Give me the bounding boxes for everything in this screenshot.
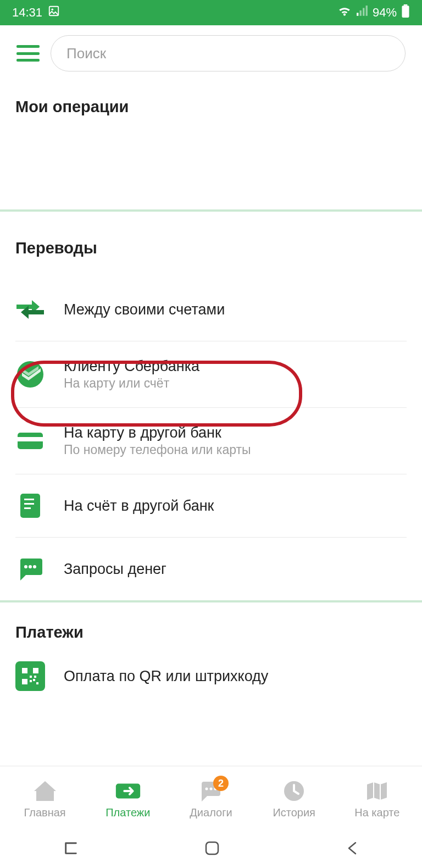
qr-icon	[15, 661, 45, 691]
bottom-nav: Главная Платежи 2 Диалоги История На кар…	[0, 766, 422, 832]
section-divider	[0, 600, 422, 602]
menu-icon[interactable]	[16, 45, 40, 62]
chat-icon	[15, 554, 45, 584]
item-title: Между своими счетами	[64, 301, 225, 318]
svg-rect-2	[357, 13, 358, 16]
status-bar: 14:31 94%	[0, 0, 422, 25]
signal-icon	[356, 5, 368, 20]
svg-point-16	[29, 565, 32, 568]
svg-rect-22	[34, 676, 36, 678]
nav-payments[interactable]: Платежи	[86, 779, 169, 819]
svg-rect-4	[363, 8, 364, 16]
dialogs-icon: 2	[197, 779, 225, 803]
svg-rect-5	[366, 5, 368, 16]
svg-rect-18	[22, 668, 27, 673]
nav-label: История	[273, 806, 315, 819]
map-icon	[363, 779, 391, 803]
transfer-money-requests[interactable]: Запросы денег	[15, 538, 407, 600]
nav-label: Главная	[24, 806, 66, 819]
home-icon	[31, 779, 59, 803]
transfer-arrows-icon	[15, 295, 45, 324]
svg-rect-14	[24, 507, 31, 509]
image-icon	[48, 5, 60, 20]
pay-qr[interactable]: Оплата по QR или штрихкоду	[15, 647, 407, 705]
item-title: Клиенту Сбербанка	[64, 358, 199, 375]
android-recent[interactable]	[63, 841, 79, 860]
sber-logo-icon	[15, 360, 45, 389]
item-subtitle: На карту или счёт	[64, 376, 199, 391]
nav-history[interactable]: История	[253, 779, 336, 819]
item-title: Запросы денег	[64, 561, 166, 578]
transfer-other-bank-card[interactable]: На карту в другой банк По номеру телефон…	[15, 408, 407, 474]
section-transfers: Переводы	[0, 212, 422, 263]
payments-icon	[114, 779, 142, 803]
svg-point-27	[205, 788, 208, 790]
svg-rect-11	[20, 494, 40, 518]
nav-dialogs[interactable]: 2 Диалоги	[169, 779, 252, 819]
search-placeholder: Поиск	[66, 45, 106, 62]
android-back[interactable]	[346, 841, 359, 860]
item-title: На карту в другой банк	[64, 424, 251, 441]
item-title: Оплата по QR или штрихкоду	[64, 668, 268, 685]
transfer-other-bank-account[interactable]: На счёт в другой банк	[15, 474, 407, 538]
nav-home[interactable]: Главная	[3, 779, 86, 819]
android-home[interactable]	[204, 841, 220, 860]
svg-rect-20	[22, 679, 27, 684]
svg-rect-19	[33, 668, 38, 673]
item-subtitle: По номеру телефона или карты	[64, 443, 251, 457]
section-payments: Платежи	[0, 602, 422, 647]
svg-point-28	[209, 788, 212, 790]
card-icon	[15, 426, 45, 456]
svg-rect-7	[402, 5, 409, 18]
svg-rect-3	[360, 10, 362, 16]
dialogs-badge: 2	[213, 776, 229, 791]
svg-rect-12	[24, 499, 34, 500]
svg-rect-25	[33, 679, 35, 681]
svg-rect-21	[30, 676, 32, 678]
svg-rect-31	[206, 842, 218, 854]
transfer-sber-client[interactable]: Клиенту Сбербанка На карту или счёт	[15, 341, 407, 408]
battery-icon	[401, 4, 410, 21]
nav-label: Диалоги	[190, 806, 232, 819]
section-divider	[0, 209, 422, 212]
nav-label: Платежи	[106, 806, 150, 819]
document-icon	[15, 491, 45, 521]
svg-rect-24	[36, 682, 38, 684]
svg-rect-6	[404, 4, 408, 5]
nav-map[interactable]: На карте	[336, 779, 419, 819]
wifi-icon	[337, 5, 352, 20]
svg-rect-10	[18, 437, 43, 441]
section-my-operations: Мои операции	[0, 77, 422, 121]
svg-point-15	[24, 565, 27, 568]
status-time: 14:31	[12, 5, 42, 20]
nav-label: На карте	[354, 806, 399, 819]
search-input[interactable]: Поиск	[51, 35, 406, 71]
svg-point-1	[51, 8, 53, 10]
svg-rect-13	[24, 503, 34, 505]
header: Поиск	[0, 25, 422, 77]
transfer-between-accounts[interactable]: Между своими счетами	[15, 278, 407, 341]
android-nav-bar	[0, 832, 422, 868]
clock-icon	[280, 779, 308, 803]
battery-percent: 94%	[373, 5, 397, 20]
item-title: На счёт в другой банк	[64, 497, 214, 515]
svg-point-17	[33, 565, 36, 568]
svg-rect-23	[30, 680, 32, 682]
